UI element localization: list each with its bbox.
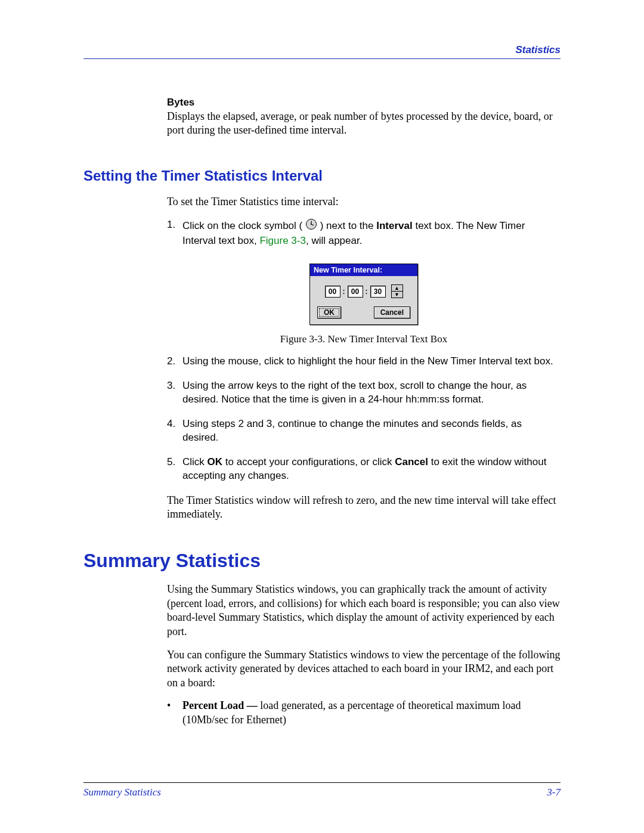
step1-text-a: Click on the clock symbol ( — [182, 220, 302, 231]
footer-left: Summary Statistics — [83, 786, 161, 798]
colon: : — [342, 286, 346, 297]
time-row: 00 : 00 : 30 ▲ ▼ — [316, 284, 411, 298]
page: Statistics Bytes Displays the elapsed, a… — [0, 0, 644, 833]
dialog-body: 00 : 00 : 30 ▲ ▼ OK Cancel — [310, 276, 417, 324]
spinner: ▲ ▼ — [391, 284, 403, 298]
step5-ok: OK — [208, 456, 223, 467]
page-header: Statistics — [83, 49, 561, 66]
cancel-button[interactable]: Cancel — [374, 306, 410, 318]
ok-button[interactable]: OK — [317, 306, 341, 318]
section-title-timer: Setting the Timer Statistics Interval — [83, 168, 561, 184]
step-number: 4. — [167, 417, 182, 445]
hours-field[interactable]: 00 — [325, 286, 340, 298]
dialog-title: New Timer Interval: — [310, 264, 417, 276]
spinner-up-icon[interactable]: ▲ — [392, 285, 402, 292]
step-body: Using steps 2 and 3, continue to change … — [182, 417, 561, 445]
step-number: 3. — [167, 379, 182, 407]
figure-3-3: New Timer Interval: 00 : 00 : 30 ▲ ▼ — [167, 264, 561, 345]
footer-row: Summary Statistics 3-7 — [83, 786, 561, 798]
step-5: 5. Click OK to accept your configuration… — [167, 456, 561, 483]
step-body: Using the arrow keys to the right of the… — [182, 379, 561, 407]
clock-icon — [305, 218, 317, 234]
step-1: 1. Click on the clock symbol ( ) next to — [167, 218, 561, 248]
step5-cancel: Cancel — [395, 456, 428, 467]
bullet-bold: Percent Load — — [182, 699, 260, 711]
bullet-list: • Percent Load — load generated, as a pe… — [167, 698, 561, 727]
step-body: Click on the clock symbol ( ) next to th… — [182, 218, 561, 248]
bytes-text: Displays the elapsed, average, or peak n… — [167, 110, 561, 138]
header-section-label: Statistics — [515, 44, 561, 56]
bullet-dot: • — [167, 698, 182, 727]
steps-list-cont: 2. Using the mouse, click to highlight t… — [167, 355, 561, 483]
page-footer: Summary Statistics 3-7 — [83, 782, 561, 798]
step-number: 1. — [167, 218, 182, 248]
step-4: 4. Using steps 2 and 3, continue to chan… — [167, 417, 561, 445]
figure-caption: Figure 3-3. New Timer Interval Text Box — [167, 333, 561, 345]
step-number: 2. — [167, 355, 182, 368]
header-rule — [83, 58, 561, 59]
bullet-item: • Percent Load — load generated, as a pe… — [167, 698, 561, 727]
section1-after: The Timer Statistics window will refresh… — [167, 494, 561, 522]
timer-dialog: New Timer Interval: 00 : 00 : 30 ▲ ▼ — [309, 264, 418, 325]
step1-text-d: , will appear. — [306, 235, 363, 246]
bytes-label: Bytes — [167, 97, 561, 109]
section-title-summary: Summary Statistics — [83, 550, 561, 572]
step-2: 2. Using the mouse, click to highlight t… — [167, 355, 561, 368]
section1-body: To set the Timer Statistics time interva… — [167, 195, 561, 522]
step-body: Click OK to accept your configurations, … — [182, 456, 561, 483]
footer-right: 3-7 — [547, 786, 561, 798]
section2-body: Using the Summary Statistics windows, yo… — [167, 583, 561, 727]
section1-intro: To set the Timer Statistics time interva… — [167, 195, 561, 209]
footer-rule — [83, 782, 561, 783]
spinner-down-icon[interactable]: ▼ — [392, 292, 402, 298]
minutes-field[interactable]: 00 — [348, 286, 363, 298]
step1-text-b: ) next to the — [320, 220, 377, 231]
colon: : — [365, 286, 369, 297]
step-body: Using the mouse, click to highlight the … — [182, 355, 561, 368]
step-3: 3. Using the arrow keys to the right of … — [167, 379, 561, 407]
step5-a: Click — [182, 456, 208, 467]
bytes-block: Bytes Displays the elapsed, average, or … — [167, 97, 561, 138]
step1-bold: Interval — [376, 220, 412, 231]
steps-list: 1. Click on the clock symbol ( ) next to — [167, 218, 561, 248]
svg-point-3 — [311, 224, 312, 225]
seconds-field[interactable]: 30 — [370, 286, 386, 298]
content: Bytes Displays the elapsed, average, or … — [83, 97, 561, 727]
bullet-body: Percent Load — load generated, as a perc… — [182, 698, 561, 727]
summary-p2: You can configure the Summary Statistics… — [167, 648, 561, 690]
step5-b: to accept your configurations, or click — [222, 456, 395, 467]
dialog-button-row: OK Cancel — [316, 306, 411, 318]
summary-p1: Using the Summary Statistics windows, yo… — [167, 583, 561, 639]
step-number: 5. — [167, 456, 182, 483]
figure-reference[interactable]: Figure 3-3 — [259, 235, 305, 246]
